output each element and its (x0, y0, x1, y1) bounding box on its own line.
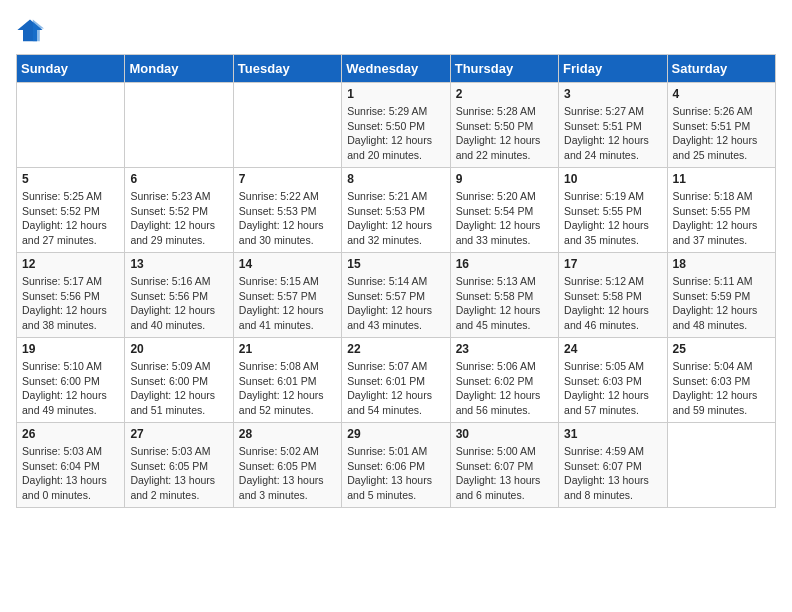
day-info: Sunrise: 5:29 AM Sunset: 5:50 PM Dayligh… (347, 104, 444, 163)
weekday-header: Friday (559, 55, 667, 83)
calendar-week-row: 12Sunrise: 5:17 AM Sunset: 5:56 PM Dayli… (17, 253, 776, 338)
day-info: Sunrise: 5:05 AM Sunset: 6:03 PM Dayligh… (564, 359, 661, 418)
day-info: Sunrise: 5:12 AM Sunset: 5:58 PM Dayligh… (564, 274, 661, 333)
day-info: Sunrise: 5:01 AM Sunset: 6:06 PM Dayligh… (347, 444, 444, 503)
day-number: 29 (347, 427, 444, 441)
calendar-cell: 27Sunrise: 5:03 AM Sunset: 6:05 PM Dayli… (125, 423, 233, 508)
day-number: 13 (130, 257, 227, 271)
calendar-cell: 12Sunrise: 5:17 AM Sunset: 5:56 PM Dayli… (17, 253, 125, 338)
calendar-cell: 22Sunrise: 5:07 AM Sunset: 6:01 PM Dayli… (342, 338, 450, 423)
day-info: Sunrise: 5:16 AM Sunset: 5:56 PM Dayligh… (130, 274, 227, 333)
day-info: Sunrise: 5:08 AM Sunset: 6:01 PM Dayligh… (239, 359, 336, 418)
day-info: Sunrise: 5:15 AM Sunset: 5:57 PM Dayligh… (239, 274, 336, 333)
calendar-cell: 7Sunrise: 5:22 AM Sunset: 5:53 PM Daylig… (233, 168, 341, 253)
day-number: 16 (456, 257, 553, 271)
calendar-cell (17, 83, 125, 168)
calendar-cell: 23Sunrise: 5:06 AM Sunset: 6:02 PM Dayli… (450, 338, 558, 423)
day-number: 4 (673, 87, 770, 101)
calendar-cell: 26Sunrise: 5:03 AM Sunset: 6:04 PM Dayli… (17, 423, 125, 508)
calendar-cell: 31Sunrise: 4:59 AM Sunset: 6:07 PM Dayli… (559, 423, 667, 508)
page-header (16, 16, 776, 44)
day-info: Sunrise: 5:06 AM Sunset: 6:02 PM Dayligh… (456, 359, 553, 418)
day-number: 6 (130, 172, 227, 186)
calendar-cell: 30Sunrise: 5:00 AM Sunset: 6:07 PM Dayli… (450, 423, 558, 508)
calendar-cell: 24Sunrise: 5:05 AM Sunset: 6:03 PM Dayli… (559, 338, 667, 423)
day-info: Sunrise: 5:00 AM Sunset: 6:07 PM Dayligh… (456, 444, 553, 503)
calendar-cell: 6Sunrise: 5:23 AM Sunset: 5:52 PM Daylig… (125, 168, 233, 253)
calendar-cell: 11Sunrise: 5:18 AM Sunset: 5:55 PM Dayli… (667, 168, 775, 253)
day-number: 9 (456, 172, 553, 186)
day-number: 7 (239, 172, 336, 186)
day-number: 5 (22, 172, 119, 186)
weekday-header: Sunday (17, 55, 125, 83)
day-info: Sunrise: 5:25 AM Sunset: 5:52 PM Dayligh… (22, 189, 119, 248)
calendar-cell: 4Sunrise: 5:26 AM Sunset: 5:51 PM Daylig… (667, 83, 775, 168)
day-info: Sunrise: 5:27 AM Sunset: 5:51 PM Dayligh… (564, 104, 661, 163)
day-number: 12 (22, 257, 119, 271)
calendar-cell: 16Sunrise: 5:13 AM Sunset: 5:58 PM Dayli… (450, 253, 558, 338)
day-number: 15 (347, 257, 444, 271)
day-info: Sunrise: 5:04 AM Sunset: 6:03 PM Dayligh… (673, 359, 770, 418)
weekday-header: Wednesday (342, 55, 450, 83)
day-number: 30 (456, 427, 553, 441)
day-info: Sunrise: 5:11 AM Sunset: 5:59 PM Dayligh… (673, 274, 770, 333)
day-info: Sunrise: 5:14 AM Sunset: 5:57 PM Dayligh… (347, 274, 444, 333)
calendar-cell: 28Sunrise: 5:02 AM Sunset: 6:05 PM Dayli… (233, 423, 341, 508)
day-number: 8 (347, 172, 444, 186)
day-info: Sunrise: 5:17 AM Sunset: 5:56 PM Dayligh… (22, 274, 119, 333)
calendar-week-row: 26Sunrise: 5:03 AM Sunset: 6:04 PM Dayli… (17, 423, 776, 508)
day-info: Sunrise: 5:03 AM Sunset: 6:04 PM Dayligh… (22, 444, 119, 503)
day-number: 10 (564, 172, 661, 186)
calendar-cell: 9Sunrise: 5:20 AM Sunset: 5:54 PM Daylig… (450, 168, 558, 253)
calendar-cell: 8Sunrise: 5:21 AM Sunset: 5:53 PM Daylig… (342, 168, 450, 253)
logo (16, 16, 48, 44)
day-info: Sunrise: 5:20 AM Sunset: 5:54 PM Dayligh… (456, 189, 553, 248)
calendar-week-row: 1Sunrise: 5:29 AM Sunset: 5:50 PM Daylig… (17, 83, 776, 168)
day-number: 28 (239, 427, 336, 441)
weekday-header: Thursday (450, 55, 558, 83)
day-info: Sunrise: 5:23 AM Sunset: 5:52 PM Dayligh… (130, 189, 227, 248)
calendar-cell: 5Sunrise: 5:25 AM Sunset: 5:52 PM Daylig… (17, 168, 125, 253)
calendar-cell: 21Sunrise: 5:08 AM Sunset: 6:01 PM Dayli… (233, 338, 341, 423)
day-info: Sunrise: 4:59 AM Sunset: 6:07 PM Dayligh… (564, 444, 661, 503)
day-info: Sunrise: 5:09 AM Sunset: 6:00 PM Dayligh… (130, 359, 227, 418)
calendar-cell (667, 423, 775, 508)
day-number: 14 (239, 257, 336, 271)
calendar-week-row: 5Sunrise: 5:25 AM Sunset: 5:52 PM Daylig… (17, 168, 776, 253)
calendar-cell: 10Sunrise: 5:19 AM Sunset: 5:55 PM Dayli… (559, 168, 667, 253)
day-number: 19 (22, 342, 119, 356)
day-info: Sunrise: 5:18 AM Sunset: 5:55 PM Dayligh… (673, 189, 770, 248)
day-number: 23 (456, 342, 553, 356)
calendar-cell: 29Sunrise: 5:01 AM Sunset: 6:06 PM Dayli… (342, 423, 450, 508)
day-number: 18 (673, 257, 770, 271)
calendar-cell (233, 83, 341, 168)
calendar-cell: 15Sunrise: 5:14 AM Sunset: 5:57 PM Dayli… (342, 253, 450, 338)
calendar-cell: 25Sunrise: 5:04 AM Sunset: 6:03 PM Dayli… (667, 338, 775, 423)
weekday-header: Saturday (667, 55, 775, 83)
day-number: 25 (673, 342, 770, 356)
calendar-cell: 17Sunrise: 5:12 AM Sunset: 5:58 PM Dayli… (559, 253, 667, 338)
svg-marker-1 (33, 20, 44, 42)
logo-icon (16, 16, 44, 44)
calendar-cell: 19Sunrise: 5:10 AM Sunset: 6:00 PM Dayli… (17, 338, 125, 423)
weekday-header: Tuesday (233, 55, 341, 83)
day-info: Sunrise: 5:03 AM Sunset: 6:05 PM Dayligh… (130, 444, 227, 503)
calendar-week-row: 19Sunrise: 5:10 AM Sunset: 6:00 PM Dayli… (17, 338, 776, 423)
day-info: Sunrise: 5:07 AM Sunset: 6:01 PM Dayligh… (347, 359, 444, 418)
day-number: 3 (564, 87, 661, 101)
day-number: 17 (564, 257, 661, 271)
calendar-cell: 13Sunrise: 5:16 AM Sunset: 5:56 PM Dayli… (125, 253, 233, 338)
calendar-cell: 20Sunrise: 5:09 AM Sunset: 6:00 PM Dayli… (125, 338, 233, 423)
weekday-header: Monday (125, 55, 233, 83)
calendar-cell: 3Sunrise: 5:27 AM Sunset: 5:51 PM Daylig… (559, 83, 667, 168)
calendar-table: SundayMondayTuesdayWednesdayThursdayFrid… (16, 54, 776, 508)
calendar-cell: 1Sunrise: 5:29 AM Sunset: 5:50 PM Daylig… (342, 83, 450, 168)
day-info: Sunrise: 5:02 AM Sunset: 6:05 PM Dayligh… (239, 444, 336, 503)
calendar-cell: 14Sunrise: 5:15 AM Sunset: 5:57 PM Dayli… (233, 253, 341, 338)
day-number: 11 (673, 172, 770, 186)
day-number: 31 (564, 427, 661, 441)
day-number: 26 (22, 427, 119, 441)
calendar-cell (125, 83, 233, 168)
day-info: Sunrise: 5:22 AM Sunset: 5:53 PM Dayligh… (239, 189, 336, 248)
day-number: 20 (130, 342, 227, 356)
